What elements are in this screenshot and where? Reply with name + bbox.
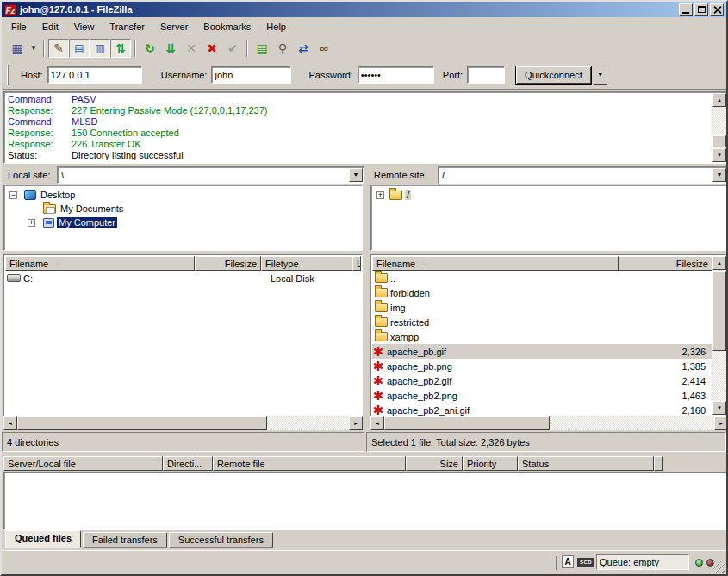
queue-col-local-file[interactable]: Server/Local file — [3, 456, 163, 471]
local-col-filename[interactable]: Filename▵ — [5, 256, 195, 271]
tree-item-root[interactable]: + / — [371, 188, 727, 202]
toggle-local-tree-button[interactable]: ▤ — [69, 39, 90, 58]
menu-edit[interactable]: Edit — [34, 20, 66, 34]
quickbar-grip — [7, 65, 9, 85]
maximize-button[interactable] — [694, 3, 708, 16]
process-queue-button[interactable]: ⇊ — [160, 39, 181, 58]
column-label: Filename — [376, 259, 415, 269]
queue-col-size[interactable]: Size — [406, 456, 463, 471]
username-input[interactable] — [211, 66, 291, 84]
tree-item-my-computer[interactable]: + My Computer — [4, 216, 362, 229]
speed-limit-icon[interactable]: SCD — [577, 558, 594, 567]
local-hscroll-thumb[interactable] — [17, 416, 267, 430]
site-manager-dropdown[interactable]: ▼ — [28, 39, 40, 58]
remote-list-scrollbar[interactable]: ▲ ▼ — [712, 256, 726, 415]
local-site-label: Local site: — [8, 170, 51, 180]
cancel-operation-button[interactable]: ✕ — [181, 39, 202, 58]
log-label: Response: — [6, 139, 72, 150]
expand-icon[interactable]: + — [28, 219, 35, 227]
site-manager-button[interactable]: ▦ — [7, 39, 28, 58]
scroll-up-icon[interactable]: ▲ — [712, 256, 726, 270]
queue-col-priority[interactable]: Priority — [463, 456, 518, 471]
table-row[interactable]: ✱apache_pb2.gif2,414 — [372, 373, 712, 388]
refresh-button[interactable]: ↻ — [140, 39, 160, 58]
queue-list[interactable] — [3, 472, 728, 530]
table-row-selected[interactable]: ✱apache_pb.gif2,326 — [372, 344, 712, 359]
find-button[interactable]: ∞ — [314, 39, 334, 58]
menu-help[interactable]: Help — [258, 20, 294, 34]
chevron-down-icon[interactable]: ▼ — [349, 168, 363, 182]
table-row[interactable]: xampp — [372, 329, 712, 344]
tree-item-desktop[interactable]: − Desktop — [4, 188, 362, 202]
collapse-icon[interactable]: − — [9, 191, 17, 199]
scroll-down-icon[interactable]: ▼ — [712, 148, 726, 162]
file-name: .. — [390, 273, 395, 284]
table-row[interactable]: img — [372, 300, 712, 315]
local-hscrollbar[interactable]: ◄ ► — [3, 416, 363, 430]
remote-scroll-thumb[interactable] — [712, 271, 726, 351]
resize-grip[interactable] — [713, 561, 725, 573]
log-scrollbar[interactable]: ▲ ▼ — [712, 93, 726, 162]
statusbar-separator — [556, 556, 557, 570]
local-site-combo[interactable]: \ ▼ — [57, 166, 364, 184]
abort-button[interactable]: ✔ — [222, 39, 243, 58]
expand-icon[interactable]: + — [376, 191, 384, 199]
table-row[interactable]: ✱apache_pb.png1,385 — [372, 359, 712, 373]
filter-button[interactable]: ▤ — [252, 39, 272, 58]
remote-col-filename[interactable]: Filename▵ — [372, 256, 619, 271]
tab-queued-files[interactable]: Queued files — [5, 530, 81, 548]
toggle-message-log-button[interactable]: ✎ — [48, 39, 69, 58]
quickconnect-dropdown[interactable]: ▼ — [594, 66, 607, 85]
scroll-left-icon[interactable]: ◄ — [3, 416, 17, 430]
remote-hscrollbar[interactable]: ◄ ► — [370, 416, 728, 430]
scroll-down-icon[interactable]: ▼ — [712, 401, 726, 415]
remote-hscroll-thumb[interactable] — [384, 416, 550, 430]
host-input[interactable] — [47, 66, 142, 84]
log-scroll-thumb[interactable] — [712, 135, 726, 147]
local-col-filesize[interactable]: Filesize — [195, 256, 261, 271]
close-button[interactable] — [710, 3, 724, 16]
local-col-modified[interactable]: L — [352, 256, 361, 271]
toggle-transfer-queue-button[interactable]: ⇅ — [110, 39, 131, 58]
table-row[interactable]: .. — [372, 271, 712, 285]
menu-bookmarks[interactable]: Bookmarks — [196, 20, 258, 34]
menu-server[interactable]: Server — [152, 20, 196, 34]
activity-led-green-icon — [695, 559, 703, 567]
quickconnect-button[interactable]: Quickconnect — [515, 66, 592, 85]
queue-col-direction[interactable]: Directi... — [163, 456, 213, 471]
menu-view[interactable]: View — [66, 20, 103, 34]
chevron-down-icon[interactable]: ▼ — [712, 168, 726, 182]
image-file-icon: ✱ — [372, 404, 384, 416]
compare-button[interactable]: ⚲ — [272, 39, 293, 58]
local-col-filetype[interactable]: Filetype — [261, 256, 352, 271]
tab-failed-transfers[interactable]: Failed transfers — [83, 532, 167, 548]
remote-site-combo[interactable]: / ▼ — [438, 166, 728, 184]
queue-col-status[interactable]: Status — [518, 456, 654, 471]
image-file-icon: ✱ — [372, 390, 384, 402]
remote-col-filesize[interactable]: Filesize — [619, 256, 712, 271]
scroll-right-icon[interactable]: ► — [349, 416, 363, 430]
table-row[interactable]: ✱apache_pb2.png1,463 — [372, 388, 712, 403]
menu-bar: File Edit View Transfer Server Bookmarks… — [3, 18, 294, 35]
table-row[interactable]: ✱apache_pb2_ani.gif2,160 — [372, 403, 712, 417]
synchronized-browsing-button[interactable]: ⇄ — [293, 39, 314, 58]
column-label: Directi... — [167, 459, 202, 469]
table-row[interactable]: restricted — [372, 315, 712, 329]
tree-item-my-documents[interactable]: My Documents — [4, 202, 362, 216]
toggle-remote-tree-button[interactable]: ▥ — [90, 39, 110, 58]
password-input[interactable] — [358, 66, 434, 84]
transfer-type-icon[interactable]: A — [562, 555, 574, 568]
queue-col-remote-file[interactable]: Remote file — [213, 456, 406, 471]
tab-successful-transfers[interactable]: Successful transfers — [169, 532, 273, 548]
disconnect-button[interactable]: ✖ — [202, 39, 222, 58]
table-row[interactable]: C: Local Disk — [5, 271, 361, 285]
scroll-up-icon[interactable]: ▲ — [712, 93, 726, 107]
minimize-button[interactable] — [679, 3, 693, 16]
menu-file[interactable]: File — [3, 20, 34, 34]
scroll-right-icon[interactable]: ► — [714, 416, 728, 430]
scroll-left-icon[interactable]: ◄ — [370, 416, 384, 430]
port-input[interactable] — [467, 66, 505, 84]
desktop-icon — [24, 190, 36, 200]
table-row[interactable]: forbidden — [372, 285, 712, 300]
menu-transfer[interactable]: Transfer — [102, 20, 152, 34]
